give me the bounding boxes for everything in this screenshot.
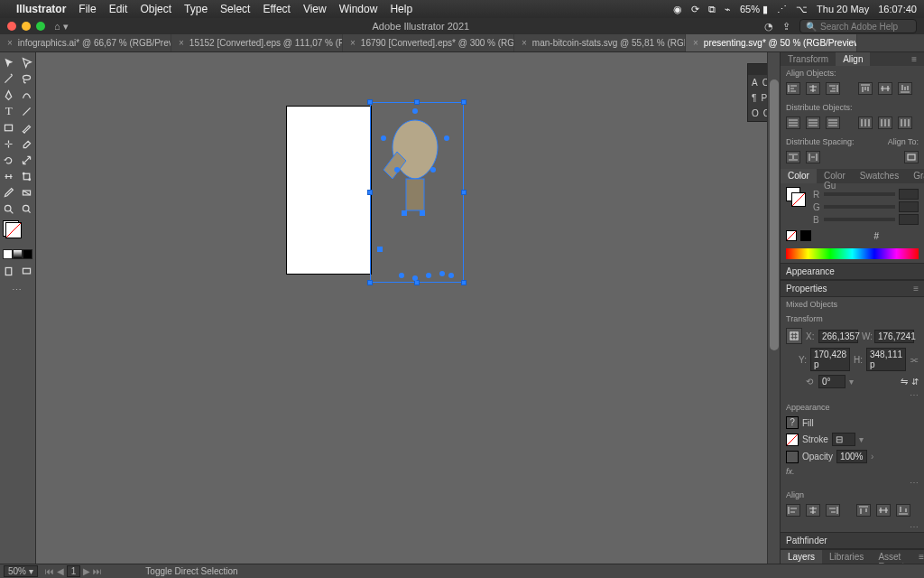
gradient-tool[interactable] bbox=[18, 184, 36, 200]
reference-point[interactable] bbox=[786, 328, 802, 344]
share-icon[interactable]: ⇪ bbox=[782, 21, 790, 33]
tab-asset-export[interactable]: Asset Export bbox=[871, 550, 911, 564]
panel-menu-icon[interactable]: ≡ bbox=[904, 52, 924, 66]
tab-swatches[interactable]: Swatches bbox=[853, 169, 906, 183]
status-wifi-icon[interactable]: ⋰ bbox=[777, 4, 787, 15]
align-left-2[interactable] bbox=[786, 504, 800, 517]
menu-edit[interactable]: Edit bbox=[109, 3, 128, 15]
align-hcenter[interactable] bbox=[806, 82, 820, 95]
close-icon[interactable]: × bbox=[179, 38, 184, 48]
align-top-2[interactable] bbox=[856, 504, 871, 517]
magic-wand-tool[interactable] bbox=[0, 70, 18, 87]
w-input[interactable]: 176,7241 bbox=[874, 330, 914, 343]
pathfinder-header[interactable]: Pathfinder bbox=[786, 536, 827, 545]
draw-mode[interactable] bbox=[0, 263, 18, 279]
align-top[interactable] bbox=[858, 82, 873, 95]
black-swatch[interactable] bbox=[800, 230, 811, 241]
stroke-swatch[interactable] bbox=[5, 222, 22, 238]
lasso-tool[interactable] bbox=[18, 70, 36, 87]
y-input[interactable]: 170,428 p bbox=[810, 348, 850, 371]
tab-gradient[interactable]: Gradient bbox=[906, 169, 924, 183]
status-sync-icon[interactable]: ⟳ bbox=[691, 4, 699, 15]
align-right[interactable] bbox=[826, 82, 840, 95]
rotate-tool[interactable] bbox=[0, 152, 18, 168]
doc-tab-16790[interactable]: ×16790 [Converted].eps* @ 300 % (RGB/Pre… bbox=[343, 34, 514, 51]
doc-tab-infographics[interactable]: ×infographics.ai* @ 66,67 % (RGB/Previ… bbox=[0, 34, 171, 51]
scale-tool[interactable] bbox=[18, 152, 36, 168]
dist-space-v[interactable] bbox=[786, 151, 800, 163]
menu-window[interactable]: Window bbox=[339, 3, 378, 15]
window-zoom[interactable] bbox=[36, 22, 45, 31]
dist-bottom[interactable] bbox=[826, 117, 840, 129]
dist-space-h[interactable] bbox=[806, 151, 820, 163]
align-right-2[interactable] bbox=[826, 504, 840, 517]
home-button[interactable]: ⌂ ▾ bbox=[54, 21, 69, 33]
b-slider[interactable] bbox=[824, 218, 895, 221]
artboard-next[interactable]: ▶ bbox=[83, 566, 90, 576]
doc-tab-presenting[interactable]: ×presenting.svg* @ 50 % (RGB/Preview) bbox=[686, 34, 857, 51]
b-value[interactable] bbox=[899, 214, 919, 225]
dist-top[interactable] bbox=[786, 117, 800, 129]
app-menu[interactable]: Illustrator bbox=[16, 3, 66, 15]
dist-left[interactable] bbox=[858, 117, 873, 129]
tab-layers[interactable]: Layers bbox=[781, 550, 822, 564]
status-battery[interactable]: 65% ▮ bbox=[740, 4, 768, 15]
hand-tool[interactable] bbox=[18, 200, 36, 217]
dist-hcenter[interactable] bbox=[878, 117, 892, 129]
color-mode[interactable] bbox=[3, 249, 13, 259]
more-options[interactable]: ⋯ bbox=[781, 522, 924, 532]
panel-menu-icon[interactable]: ≡ bbox=[913, 284, 919, 294]
none-swatch[interactable] bbox=[786, 230, 797, 241]
pen-tool[interactable] bbox=[0, 87, 18, 103]
toolbox-more[interactable]: ⋯ bbox=[0, 284, 35, 296]
none-mode[interactable] bbox=[23, 249, 32, 259]
search-help-input[interactable]: 🔍 Search Adobe Help bbox=[799, 19, 917, 33]
eyedropper-tool[interactable] bbox=[0, 184, 18, 200]
close-icon[interactable]: × bbox=[693, 38, 698, 48]
doc-tab-bitcoin[interactable]: ×man-bitcoin-stats.svg @ 55,81 % (RGB/Pr… bbox=[514, 34, 686, 51]
direct-select-tool[interactable] bbox=[18, 54, 36, 70]
artboard-last[interactable]: ⏭ bbox=[93, 566, 102, 576]
flip-h-icon[interactable]: ⇋ bbox=[901, 377, 908, 387]
tab-transform[interactable]: Transform bbox=[781, 52, 836, 66]
appearance-header[interactable]: Appearance bbox=[786, 266, 835, 276]
status-date[interactable]: Thu 20 May bbox=[817, 4, 869, 14]
lock-aspect-icon[interactable]: ⫘ bbox=[910, 355, 919, 365]
align-bottom-2[interactable] bbox=[896, 504, 910, 517]
zoom-select[interactable]: 50% ▾ bbox=[4, 565, 38, 577]
shaper-tool[interactable] bbox=[0, 135, 18, 152]
panel-menu-icon[interactable]: ≡ bbox=[911, 550, 924, 564]
menu-type[interactable]: Type bbox=[184, 3, 208, 15]
g-slider[interactable] bbox=[824, 205, 895, 209]
stroke-weight[interactable]: ⊟ bbox=[832, 433, 855, 446]
tab-align[interactable]: Align bbox=[836, 52, 870, 66]
status-time[interactable]: 16:07:40 bbox=[878, 4, 917, 14]
menu-select[interactable]: Select bbox=[220, 3, 250, 15]
align-vcenter[interactable] bbox=[878, 82, 892, 95]
dist-right[interactable] bbox=[898, 117, 912, 129]
line-tool[interactable] bbox=[18, 103, 36, 119]
h-input[interactable]: 348,111 p bbox=[866, 348, 906, 371]
r-value[interactable] bbox=[899, 189, 919, 200]
status-control-center-icon[interactable]: ⌥ bbox=[796, 4, 808, 15]
canvas[interactable]: × ▸ ACharacter ¶Paragraph OOpenType bbox=[36, 52, 780, 564]
status-bluetooth-icon[interactable]: ⌁ bbox=[725, 4, 731, 15]
rotate-dropdown[interactable]: ▾ bbox=[849, 377, 854, 387]
window-close[interactable] bbox=[7, 22, 16, 31]
curvature-tool[interactable] bbox=[18, 87, 36, 103]
rotate-input[interactable]: 0° bbox=[818, 375, 845, 388]
canvas-scrollbar-v[interactable] bbox=[767, 52, 780, 564]
properties-header[interactable]: Properties bbox=[786, 284, 827, 294]
close-icon[interactable]: × bbox=[522, 38, 527, 48]
opacity-dropdown[interactable]: › bbox=[871, 452, 873, 461]
close-icon[interactable]: × bbox=[350, 38, 356, 48]
type-tool[interactable]: T bbox=[0, 103, 18, 119]
width-tool[interactable] bbox=[0, 168, 18, 184]
stroke-swatch-small[interactable] bbox=[786, 434, 799, 446]
window-minimize[interactable] bbox=[22, 22, 31, 31]
flip-v-icon[interactable]: ⇵ bbox=[911, 377, 919, 387]
artboard-number[interactable]: 1 bbox=[67, 565, 81, 577]
eraser-tool[interactable] bbox=[18, 135, 36, 152]
close-icon[interactable]: × bbox=[7, 38, 13, 48]
tab-colorguide[interactable]: Color Gu bbox=[817, 169, 853, 183]
